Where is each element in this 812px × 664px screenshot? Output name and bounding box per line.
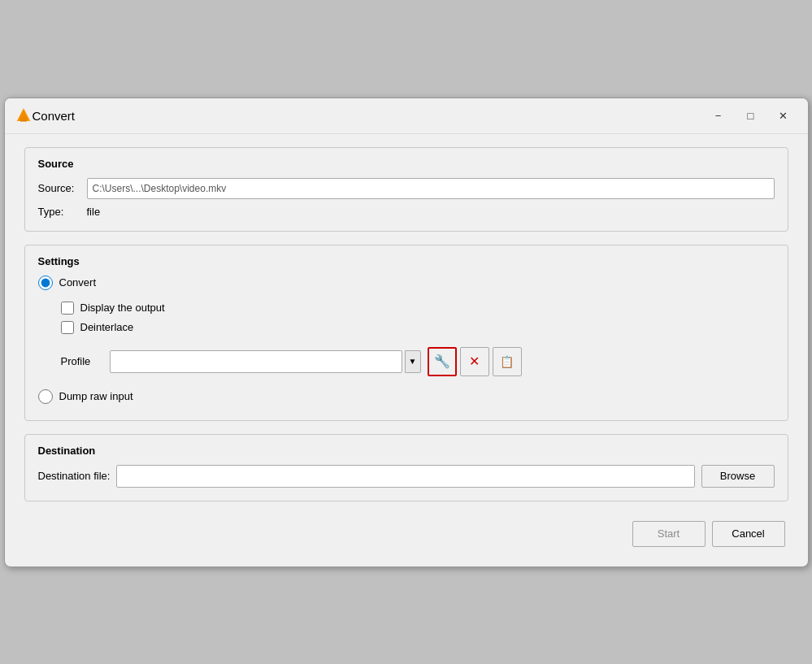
- cancel-label: Cancel: [732, 527, 764, 540]
- convert-radio-label: Convert: [59, 276, 97, 289]
- destination-label: Destination file:: [38, 470, 111, 482]
- title-bar-controls: − □ ✕: [704, 104, 798, 127]
- destination-section-title: Destination: [38, 445, 775, 457]
- settings-section-title: Settings: [38, 255, 775, 267]
- source-section-title: Source: [38, 158, 775, 170]
- start-label: Start: [658, 527, 680, 540]
- profile-delete-button[interactable]: ✕: [460, 347, 489, 376]
- deinterlace-checkbox[interactable]: [61, 321, 74, 334]
- profile-edit-button[interactable]: 🔧: [428, 347, 457, 376]
- title-bar: Convert − □ ✕: [5, 98, 808, 134]
- type-label: Type:: [38, 206, 87, 218]
- close-button[interactable]: ✕: [769, 104, 798, 127]
- type-value: file: [87, 206, 101, 218]
- profile-select[interactable]: Video - H.264 + MP3 (MP4) Video - DivX +…: [110, 350, 402, 373]
- destination-input[interactable]: [116, 465, 694, 488]
- start-button[interactable]: Start: [632, 521, 706, 547]
- source-input[interactable]: [87, 178, 775, 199]
- display-output-row: Display the output: [61, 302, 775, 315]
- source-label: Source:: [38, 182, 87, 194]
- profile-select-arrow[interactable]: ▼: [405, 350, 421, 373]
- action-bar: Start Cancel: [24, 514, 788, 550]
- source-section: Source Source: Type: file: [24, 147, 788, 232]
- settings-section: Settings Convert Display the output Dein…: [24, 245, 788, 421]
- svg-rect-2: [20, 120, 26, 122]
- browse-button[interactable]: Browse: [701, 465, 775, 488]
- source-row: Source:: [38, 178, 775, 199]
- checkbox-group: Display the output Deinterlace: [61, 302, 775, 334]
- cancel-button[interactable]: Cancel: [712, 521, 785, 547]
- wrench-icon: 🔧: [434, 354, 450, 369]
- convert-window: Convert − □ ✕ Source Source: Type: file …: [4, 98, 809, 567]
- delete-icon: ✕: [469, 354, 480, 369]
- vlc-icon: [15, 106, 33, 124]
- window-title: Convert: [33, 109, 704, 123]
- browse-label: Browse: [720, 470, 755, 482]
- convert-radio-row: Convert: [38, 276, 775, 290]
- display-output-label: Display the output: [80, 302, 165, 314]
- main-content: Source Source: Type: file Settings Conve…: [5, 134, 808, 566]
- profile-select-wrapper: Video - H.264 + MP3 (MP4) Video - DivX +…: [110, 347, 522, 376]
- minimize-button[interactable]: −: [704, 104, 733, 127]
- dump-raw-label: Dump raw input: [59, 390, 133, 402]
- maximize-button[interactable]: □: [736, 104, 766, 127]
- destination-section: Destination Destination file: Browse: [24, 434, 788, 501]
- dump-raw-radio[interactable]: [38, 389, 53, 404]
- profile-label: Profile: [61, 355, 110, 367]
- type-row: Type: file: [38, 206, 775, 218]
- destination-row: Destination file: Browse: [38, 465, 775, 488]
- deinterlace-label: Deinterlace: [80, 321, 134, 333]
- deinterlace-row: Deinterlace: [61, 321, 775, 334]
- profile-row: Profile Video - H.264 + MP3 (MP4) Video …: [61, 347, 775, 376]
- dump-raw-row: Dump raw input: [38, 389, 775, 404]
- display-output-checkbox[interactable]: [61, 302, 74, 315]
- profile-add-button[interactable]: 📋: [493, 347, 522, 376]
- convert-radio[interactable]: [38, 276, 53, 290]
- add-icon: 📋: [500, 355, 514, 368]
